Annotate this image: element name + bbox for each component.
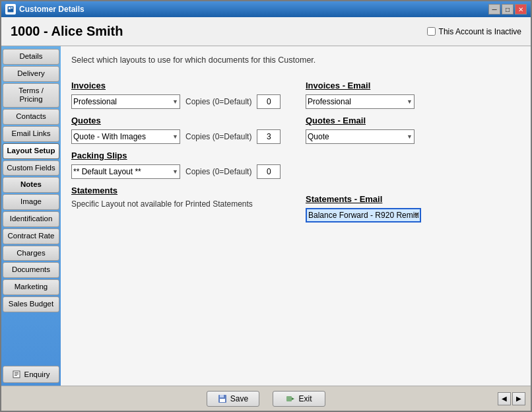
sidebar-item-marketing[interactable]: Marketing — [3, 279, 59, 295]
sidebar-item-terms-pricing[interactable]: Terms / Pricing — [3, 83, 59, 108]
layout-columns: Invoices Professional Standard Custom Co… — [71, 74, 520, 225]
nav-buttons: ◀ ▶ — [498, 392, 525, 405]
header-bar: 1000 - Alice Smith This Account is Inact… — [1, 17, 531, 46]
quotes-email-row: Quote Quote - With Images Standard — [306, 129, 520, 144]
invoices-copies-input[interactable] — [257, 94, 281, 109]
content-description: Select which layouts to use for which do… — [71, 55, 520, 65]
svg-rect-1 — [9, 7, 11, 9]
quotes-row: Quote - With Images Quote Standard Copie… — [71, 129, 286, 144]
sidebar-item-image[interactable]: Image — [3, 194, 59, 210]
sidebar-item-custom-fields[interactable]: Custom Fields — [3, 160, 59, 176]
quotes-copies-input[interactable] — [257, 129, 281, 144]
quotes-email-layout-select[interactable]: Quote Quote - With Images Standard — [306, 129, 415, 144]
title-bar-left: Customer Details — [5, 4, 84, 15]
sidebar-item-documents[interactable]: Documents — [3, 262, 59, 278]
invoices-select-wrapper: Professional Standard Custom — [71, 94, 180, 109]
next-button[interactable]: ▶ — [512, 392, 525, 405]
enquiry-label: Enquiry — [24, 370, 50, 378]
quotes-layout-select[interactable]: Quote - With Images Quote Standard — [71, 129, 180, 144]
statements-header: Statements — [71, 186, 286, 195]
save-button[interactable]: Save — [207, 391, 259, 407]
invoices-email-row: Professional Standard Custom — [306, 94, 520, 109]
packing-slips-row: ** Default Layout ** Standard Custom Cop… — [71, 164, 286, 179]
maximize-button[interactable]: □ — [502, 4, 514, 15]
sidebar-item-delivery[interactable]: Delivery — [3, 66, 59, 82]
sidebar-item-notes[interactable]: Notes — [3, 177, 59, 193]
save-label: Save — [230, 394, 248, 403]
left-column: Invoices Professional Standard Custom Co… — [71, 74, 286, 225]
sidebar: Details Delivery Terms / Pricing Contact… — [1, 46, 61, 386]
enquiry-button[interactable]: Enquiry — [3, 366, 59, 383]
sidebar-item-sales-budget[interactable]: Sales Budget — [3, 296, 59, 312]
page-title: 1000 - Alice Smith — [11, 24, 123, 39]
exit-icon — [286, 394, 295, 403]
invoices-copies-label: Copies (0=Default) — [185, 97, 251, 106]
exit-button[interactable]: Exit — [273, 391, 325, 407]
packing-slips-layout-select[interactable]: ** Default Layout ** Standard Custom — [71, 164, 180, 179]
inactive-checkbox[interactable] — [427, 27, 436, 36]
main-content: Details Delivery Terms / Pricing Contact… — [1, 46, 531, 386]
quotes-email-header: Quotes - Email — [306, 116, 520, 125]
sidebar-item-layout-setup[interactable]: Layout Setup — [3, 143, 59, 159]
main-window: Customer Details ─ □ ✕ 1000 - Alice Smit… — [0, 0, 532, 412]
invoices-layout-select[interactable]: Professional Standard Custom — [71, 94, 180, 109]
packing-slips-copies-label: Copies (0=Default) — [185, 167, 251, 176]
statements-note: Specific Layout not available for Printe… — [71, 199, 286, 209]
svg-rect-9 — [220, 399, 225, 402]
inactive-checkbox-group: This Account is Inactive — [427, 27, 521, 36]
statements-email-section: Statements - Email Balance Forward - R92… — [306, 194, 520, 223]
quotes-copies-label: Copies (0=Default) — [185, 132, 251, 141]
sidebar-item-contacts[interactable]: Contacts — [3, 109, 59, 125]
invoices-row: Professional Standard Custom Copies (0=D… — [71, 94, 286, 109]
packing-slips-copies-input[interactable] — [257, 164, 281, 179]
inactive-label: This Account is Inactive — [439, 27, 521, 36]
minimize-button[interactable]: ─ — [488, 4, 500, 15]
svg-rect-10 — [286, 396, 292, 401]
packing-slips-select-wrapper: ** Default Layout ** Standard Custom — [71, 164, 180, 179]
svg-rect-5 — [15, 374, 18, 374]
close-button[interactable]: ✕ — [515, 4, 527, 15]
statements-email-layout-select[interactable]: Balance Forward - R920 Remittar Open Ite… — [306, 208, 421, 223]
invoices-email-header: Invoices - Email — [306, 81, 520, 90]
sidebar-item-email-links[interactable]: Email Links — [3, 126, 59, 142]
statements-email-select-wrapper: Balance Forward - R920 Remittar Open Ite… — [306, 208, 421, 223]
enquiry-icon — [13, 370, 22, 379]
window-controls: ─ □ ✕ — [488, 4, 527, 15]
content-area: Select which layouts to use for which do… — [61, 46, 531, 386]
sidebar-item-details[interactable]: Details — [3, 49, 59, 65]
save-icon — [218, 394, 227, 403]
exit-label: Exit — [298, 394, 312, 403]
packing-slips-header: Packing Slips — [71, 151, 286, 160]
invoices-email-layout-select[interactable]: Professional Standard Custom — [306, 94, 415, 109]
footer-bar: Save Exit ◀ ▶ — [1, 386, 531, 411]
quotes-header: Quotes — [71, 116, 286, 125]
svg-rect-8 — [220, 395, 224, 397]
prev-button[interactable]: ◀ — [498, 392, 511, 405]
right-column: Invoices - Email Professional Standard C… — [306, 74, 520, 225]
svg-rect-4 — [15, 372, 18, 373]
svg-rect-6 — [15, 375, 17, 376]
sidebar-item-contract-rate[interactable]: Contract Rate — [3, 228, 59, 244]
quotes-email-select-wrapper: Quote Quote - With Images Standard — [306, 129, 415, 144]
statements-email-row: Balance Forward - R920 Remittar Open Ite… — [306, 208, 520, 223]
invoices-header: Invoices — [71, 81, 286, 90]
sidebar-item-identification[interactable]: Identification — [3, 211, 59, 227]
title-bar: Customer Details ─ □ ✕ — [1, 1, 531, 17]
invoices-email-select-wrapper: Professional Standard Custom — [306, 94, 415, 109]
footer-buttons: Save Exit — [207, 391, 325, 407]
window-title: Customer Details — [19, 5, 84, 14]
app-icon — [5, 4, 16, 15]
sidebar-item-charges[interactable]: Charges — [3, 246, 59, 261]
svg-marker-11 — [292, 397, 294, 400]
quotes-select-wrapper: Quote - With Images Quote Standard — [71, 129, 180, 144]
svg-rect-2 — [11, 7, 13, 9]
statements-email-header: Statements - Email — [306, 194, 520, 204]
